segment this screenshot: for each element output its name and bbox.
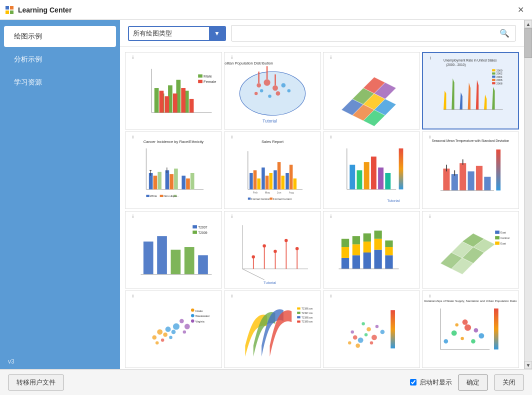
chart-cell-12[interactable]: i East Ce bbox=[422, 211, 519, 288]
chart-type-select[interactable]: 所有绘图类型 2D图表 3D图表 统计图表 地图 bbox=[129, 27, 209, 40]
svg-rect-128 bbox=[468, 172, 474, 190]
svg-marker-52 bbox=[468, 82, 470, 110]
app-icon bbox=[5, 6, 14, 14]
svg-rect-145 bbox=[192, 230, 197, 234]
svg-text:2008: 2008 bbox=[496, 82, 502, 85]
svg-text:T2198.csv: T2198.csv bbox=[302, 316, 313, 319]
chart-cell-3[interactable]: i bbox=[323, 52, 420, 130]
svg-rect-116 bbox=[356, 170, 362, 190]
svg-rect-190 bbox=[495, 242, 500, 245]
svg-rect-177 bbox=[385, 240, 392, 247]
svg-point-160 bbox=[296, 247, 299, 250]
svg-point-237 bbox=[452, 330, 457, 336]
window-close-button[interactable]: ✕ bbox=[514, 4, 527, 16]
svg-rect-140 bbox=[184, 247, 194, 274]
svg-text:East: East bbox=[500, 242, 506, 245]
svg-rect-126 bbox=[452, 174, 458, 190]
search-input[interactable] bbox=[236, 30, 498, 37]
svg-marker-54 bbox=[484, 94, 486, 110]
sidebar-item-plot-examples[interactable]: 绘图示例 bbox=[4, 26, 116, 47]
svg-rect-102 bbox=[290, 165, 293, 190]
toolbar: 所有绘图类型 2D图表 3D图表 统计图表 地图 ▼ 🔍 bbox=[120, 20, 524, 47]
svg-point-158 bbox=[284, 239, 288, 242]
svg-text:Tutorial: Tutorial bbox=[387, 198, 400, 203]
main-layout: 绘图示例 分析示例 学习资源 v3 所有绘图类型 2D图表 3D图表 统计图表 … bbox=[0, 20, 532, 369]
svg-rect-176 bbox=[385, 247, 392, 255]
svg-rect-14 bbox=[173, 94, 178, 112]
chart-cell-6[interactable]: i Sales Report bbox=[224, 132, 321, 209]
confirm-button[interactable]: 确定 bbox=[458, 374, 488, 390]
svg-point-243 bbox=[471, 339, 476, 344]
title-bar-left: Learning Center bbox=[5, 6, 72, 14]
chart-cell-5[interactable]: i Cancer Incidence by Race/Ethnicity bbox=[125, 132, 222, 209]
chart-cell-4[interactable]: i Unemployment Rate in United States (20… bbox=[422, 52, 519, 130]
dropdown-arrow-icon[interactable]: ▼ bbox=[209, 27, 225, 40]
svg-rect-80 bbox=[182, 176, 186, 189]
startup-checkbox[interactable] bbox=[410, 379, 416, 386]
chart-cell-11[interactable]: i bbox=[323, 211, 420, 288]
sidebar-item-analysis-examples[interactable]: 分析示例 bbox=[4, 49, 116, 70]
svg-point-23 bbox=[240, 72, 305, 115]
svg-rect-115 bbox=[350, 165, 355, 190]
svg-text:T2007: T2007 bbox=[198, 226, 208, 229]
svg-rect-130 bbox=[484, 177, 490, 190]
svg-text:2006: 2006 bbox=[496, 78, 502, 82]
svg-text:Relationships of Water Supply,: Relationships of Water Supply, Sanitatio… bbox=[424, 300, 517, 302]
version-label: v3 bbox=[0, 354, 120, 369]
svg-rect-17 bbox=[198, 74, 202, 78]
scroll-down-button[interactable]: ▼ bbox=[524, 361, 532, 369]
svg-point-240 bbox=[474, 328, 478, 332]
svg-point-229 bbox=[380, 330, 384, 334]
chart-cell-8[interactable]: i Seasonal Mean Temperature with Standar… bbox=[422, 132, 519, 209]
close-button[interactable]: 关闭 bbox=[494, 374, 524, 390]
svg-text:i: i bbox=[430, 294, 430, 298]
svg-rect-95 bbox=[262, 168, 265, 190]
chart-cell-1[interactable]: i bbox=[125, 52, 222, 130]
svg-rect-19 bbox=[198, 80, 202, 84]
svg-text:i: i bbox=[232, 55, 232, 60]
svg-text:Female: Female bbox=[204, 80, 216, 84]
svg-rect-58 bbox=[492, 72, 495, 74]
svg-rect-77 bbox=[170, 174, 174, 190]
svg-text:i: i bbox=[132, 55, 134, 60]
svg-rect-61 bbox=[492, 82, 495, 84]
chart-cell-10[interactable]: i bbox=[224, 211, 321, 288]
svg-text:T2196.csv: T2196.csv bbox=[302, 308, 313, 310]
sidebar-item-learning-resources[interactable]: 学习资源 bbox=[4, 72, 116, 93]
svg-point-204 bbox=[183, 330, 186, 334]
svg-text:2000: 2000 bbox=[496, 69, 502, 72]
right-scrollbar[interactable]: ▲ ▼ bbox=[524, 20, 532, 369]
chart-cell-7[interactable]: i bbox=[323, 132, 420, 209]
svg-rect-99 bbox=[278, 162, 281, 190]
scroll-up-button[interactable]: ▲ bbox=[524, 20, 532, 28]
svg-text:Seasonal Mean Temperature with: Seasonal Mean Temperature with Standard … bbox=[432, 139, 510, 143]
chart-cell-14[interactable]: i T2196.csv T2197.csv bbox=[224, 290, 321, 368]
svg-rect-93 bbox=[254, 170, 257, 190]
svg-rect-247 bbox=[494, 308, 498, 350]
svg-point-27 bbox=[272, 86, 278, 91]
chart-cell-15[interactable]: i bbox=[323, 290, 420, 368]
chart-cell-9[interactable]: i T2007 T bbox=[125, 211, 222, 288]
chart-grid-area[interactable]: i bbox=[120, 47, 524, 369]
svg-rect-186 bbox=[495, 230, 500, 234]
migrate-user-files-button[interactable]: 转移用户文件 bbox=[8, 374, 64, 390]
svg-point-200 bbox=[173, 323, 180, 330]
scroll-thumb[interactable] bbox=[524, 28, 532, 58]
svg-text:Non-Hispa...: Non-Hispa... bbox=[164, 194, 179, 198]
svg-point-221 bbox=[348, 342, 352, 345]
svg-rect-101 bbox=[286, 173, 289, 190]
search-button[interactable]: 🔍 bbox=[498, 28, 512, 39]
svg-point-201 bbox=[169, 336, 172, 340]
svg-point-202 bbox=[180, 319, 184, 324]
svg-text:White: White bbox=[150, 194, 157, 198]
svg-point-26 bbox=[260, 89, 264, 92]
chart-cell-16[interactable]: i Relationships of Water Supply, Sanitat… bbox=[422, 290, 519, 368]
svg-text:i: i bbox=[330, 294, 332, 298]
svg-rect-174 bbox=[374, 230, 382, 238]
chart-type-dropdown-wrapper[interactable]: 所有绘图类型 2D图表 3D图表 统计图表 地图 ▼ bbox=[128, 26, 226, 41]
chart-cell-13[interactable]: i bbox=[125, 290, 222, 368]
startup-checkbox-label[interactable]: 启动时显示 bbox=[420, 378, 452, 387]
chart-cell-2[interactable]: i US Metropolitan Population Distributio… bbox=[224, 52, 321, 130]
window-title: Learning Center bbox=[18, 6, 72, 14]
svg-text:2002: 2002 bbox=[496, 72, 502, 75]
